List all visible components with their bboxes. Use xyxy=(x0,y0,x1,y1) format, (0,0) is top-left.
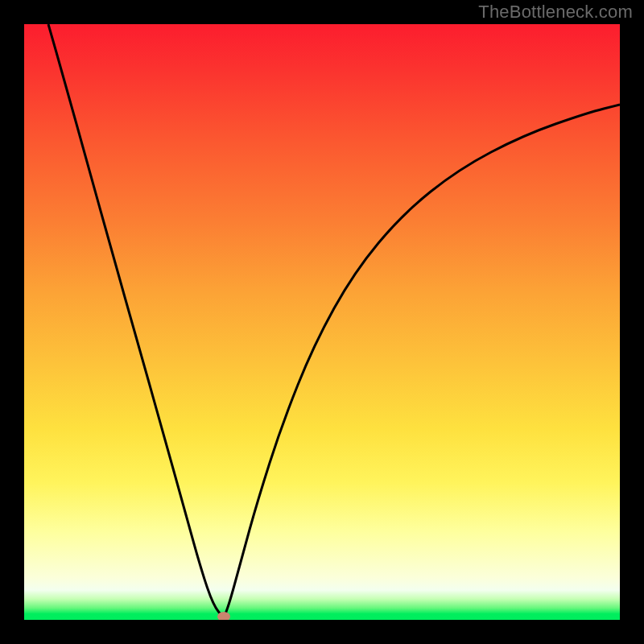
plot-area xyxy=(24,24,620,620)
chart-frame: TheBottleneck.com xyxy=(0,0,644,644)
curve-right-branch xyxy=(224,105,620,618)
curve-left-branch xyxy=(48,24,224,618)
bottleneck-curve xyxy=(24,24,620,620)
watermark-text: TheBottleneck.com xyxy=(478,2,633,23)
